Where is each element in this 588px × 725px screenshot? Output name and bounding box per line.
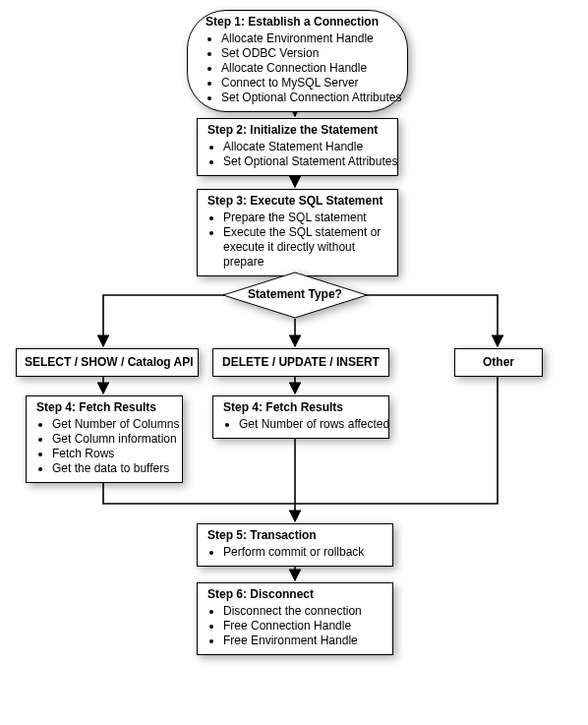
node-step6-bullets: Disconnect the connection Free Connectio… xyxy=(207,604,382,648)
node-step4b-title: Step 4: Fetch Results xyxy=(223,400,379,415)
node-branch-select: SELECT / SHOW / Catalog API xyxy=(16,348,199,377)
node-step1-bullets: Allocate Environment Handle Set ODBC Ver… xyxy=(206,31,389,105)
node-step3: Step 3: Execute SQL Statement Prepare th… xyxy=(197,189,398,276)
node-step4a: Step 4: Fetch Results Get Number of Colu… xyxy=(26,395,183,483)
node-step2-bullets: Allocate Statement Handle Set Optional S… xyxy=(207,140,387,169)
node-branch-dml: DELETE / UPDATE / INSERT xyxy=(212,348,389,377)
node-step5: Step 5: Transaction Perform commit or ro… xyxy=(197,523,393,567)
node-step5-title: Step 5: Transaction xyxy=(207,528,382,543)
node-step6: Step 6: Disconnect Disconnect the connec… xyxy=(197,582,393,655)
node-step6-title: Step 6: Disconnect xyxy=(207,587,382,602)
node-branch-other: Other xyxy=(454,348,543,377)
node-step1-title: Step 1: Establish a Connection xyxy=(206,15,389,30)
node-step4b: Step 4: Fetch Results Get Number of rows… xyxy=(212,395,389,439)
node-step3-bullets: Prepare the SQL statement Execute the SQ… xyxy=(207,211,387,270)
node-step4a-title: Step 4: Fetch Results xyxy=(36,400,172,415)
node-step4a-bullets: Get Number of Columns Get Column informa… xyxy=(36,417,172,476)
node-decision: Statement Type? xyxy=(222,272,368,319)
node-step5-bullets: Perform commit or rollback xyxy=(207,545,382,560)
node-step1: Step 1: Establish a Connection Allocate … xyxy=(187,10,408,112)
node-step2: Step 2: Initialize the Statement Allocat… xyxy=(197,118,398,176)
node-step2-title: Step 2: Initialize the Statement xyxy=(207,123,387,138)
node-step4b-bullets: Get Number of rows affected xyxy=(223,417,379,432)
node-step3-title: Step 3: Execute SQL Statement xyxy=(207,194,387,209)
node-decision-title: Statement Type? xyxy=(222,287,368,301)
